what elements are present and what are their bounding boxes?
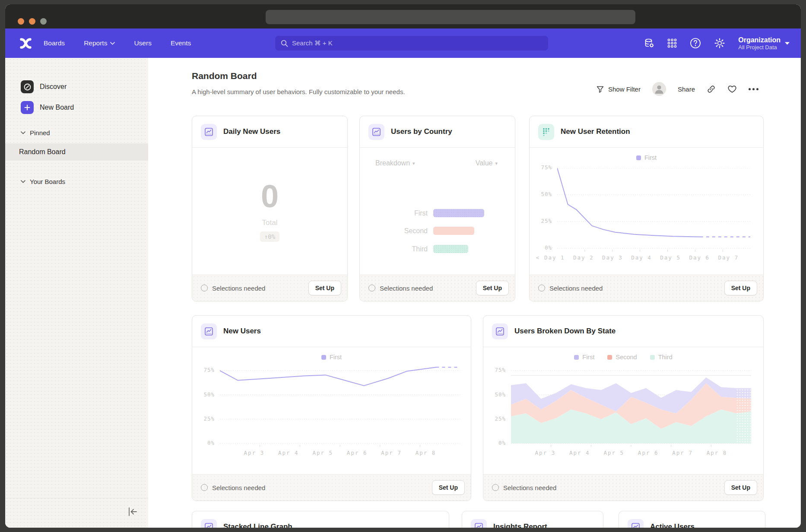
retention-chart: First 75%50%25%0%< Day 1Day 2Day 3Day 4D… [530,147,763,275]
value-dropdown[interactable]: Value▾ [476,159,498,167]
settings-gear-icon[interactable] [714,38,725,49]
org-project: All Project Data [738,44,781,51]
line-chart-icon [201,124,217,140]
status-circle-icon [201,285,208,291]
x-axis-label: Apr 6 [347,450,368,456]
show-filter-button[interactable]: Show Filter [596,85,641,93]
card-new-users: New Users First 75%50%25%0%Apr 3Apr 4Apr… [192,315,471,501]
x-axis-label: Apr 3 [244,450,265,456]
page-subtitle: A high-level summary of user behaviors. … [192,88,405,95]
your-boards-label: Your Boards [30,178,65,185]
sidebar-item-random-board[interactable]: Random Board [5,143,148,161]
close-window-button[interactable] [18,18,24,25]
card-users-by-country: Users by Country Breakdown▾ Value▾ First… [359,116,515,301]
set-up-button[interactable]: Set Up [724,281,757,295]
copy-link-button[interactable] [707,85,716,94]
collapse-sidebar-button[interactable] [127,507,138,516]
x-axis-label: Apr 4 [569,450,590,456]
status-circle-icon [538,285,545,291]
country-row-third: Third [360,245,468,253]
y-axis-label: 25% [533,218,552,224]
y-axis-label: 50% [533,191,552,197]
minimize-window-button[interactable] [29,18,35,25]
x-axis-labels: Apr 3Apr 4Apr 5Apr 6Apr 7Apr 8 [244,450,436,456]
share-button[interactable]: Share [678,86,695,93]
org-project-switcher[interactable]: Organization All Project Data [738,36,790,51]
card-title: New Users [223,327,261,336]
chart-svg [557,168,750,252]
card-title: New User Retention [561,127,630,136]
sidebar-section-pinned[interactable]: Pinned [21,129,50,136]
plus-icon [21,101,34,114]
metric-label: Total [262,218,278,227]
card-users-by-state: Users Broken Down By State First Second … [483,315,764,501]
traffic-lights [18,18,47,25]
sidebar-item-new-board[interactable]: New Board [21,101,74,114]
metric-value: 0 [261,180,279,212]
show-filter-label: Show Filter [608,86,641,93]
favorite-button[interactable] [727,84,737,94]
x-axis-label: Apr 7 [381,450,402,456]
x-axis-label: Day 7 [718,254,739,261]
card-title: Active Users [650,522,695,528]
chart-plot [511,366,751,447]
selections-needed-status: Selections needed [492,484,556,491]
chart-legend: First [530,154,763,161]
x-axis-label: Apr 6 [638,450,659,456]
x-axis-label: Apr 8 [416,450,436,456]
retention-grid-icon [538,124,554,140]
breakdown-dropdown[interactable]: Breakdown▾ [375,159,415,167]
chevron-down-icon: ▾ [413,161,415,166]
zoom-window-button[interactable] [40,18,47,25]
line-chart-icon [471,519,487,528]
chevron-down-icon [21,131,25,134]
search-input[interactable]: Search ⌘ + K [275,36,548,51]
set-up-button[interactable]: Set Up [432,480,465,495]
y-axis-label: 75% [533,164,552,171]
card-footer: Selections needed Set Up [192,474,471,500]
new-users-chart: First 75%50%25%0%Apr 3Apr 4Apr 5Apr 6Apr… [192,347,471,475]
data-management-icon[interactable] [644,38,654,48]
apps-grid-icon[interactable] [667,38,677,48]
x-axis-label: Apr 5 [312,450,333,456]
board-main: Random Board A high-level summary of use… [148,58,801,528]
card-footer: Selections needed Set Up [483,474,763,500]
address-bar[interactable] [266,10,635,24]
avatar[interactable] [652,82,666,96]
card-title: Stacked Line Graph [223,522,292,528]
more-options-button[interactable] [749,88,758,90]
help-icon[interactable] [690,38,701,49]
new-board-label: New Board [40,104,74,111]
mixpanel-logo-icon[interactable] [20,38,32,49]
nav-item-boards[interactable]: Boards [44,39,65,47]
x-axis-label: Day 3 [602,254,623,261]
sidebar-item-discover[interactable]: Discover [21,80,67,93]
card-header: Insights Report [462,511,603,528]
chevron-down-icon [21,180,25,183]
line-chart-icon [628,519,644,528]
set-up-button[interactable]: Set Up [724,480,757,495]
y-axis-label: 50% [196,391,215,398]
set-up-button[interactable]: Set Up [476,281,509,295]
link-icon [707,85,716,94]
org-name: Organization [738,36,781,44]
set-up-button[interactable]: Set Up [308,281,341,295]
x-axis-label: Day 2 [573,254,594,261]
card-new-user-retention: New User Retention First 75%50%25%0%< Da… [529,116,764,301]
chevron-down-icon: ▾ [495,161,498,166]
y-axis-label: 25% [487,415,506,422]
discover-label: Discover [40,83,67,91]
x-axis-label: < Day 1 [536,254,565,261]
card-title: Users Broken Down By State [514,327,616,336]
nav-item-events[interactable]: Events [171,39,191,47]
nav-item-users[interactable]: Users [134,39,151,47]
chevron-down-icon [785,42,790,45]
sidebar-section-your-boards[interactable]: Your Boards [21,178,65,185]
nav-item-reports[interactable]: Reports [84,39,115,47]
chart-svg [511,366,751,447]
metric-body: 0 Total ↑0% [192,147,347,275]
search-placeholder: Search ⌘ + K [292,39,333,47]
country-body: Breakdown▾ Value▾ First Second Third [360,147,515,275]
top-navbar: Boards Reports Users Events Search ⌘ + K [5,28,801,58]
card-daily-new-users: Daily New Users 0 Total ↑0% Selections n… [192,116,348,301]
